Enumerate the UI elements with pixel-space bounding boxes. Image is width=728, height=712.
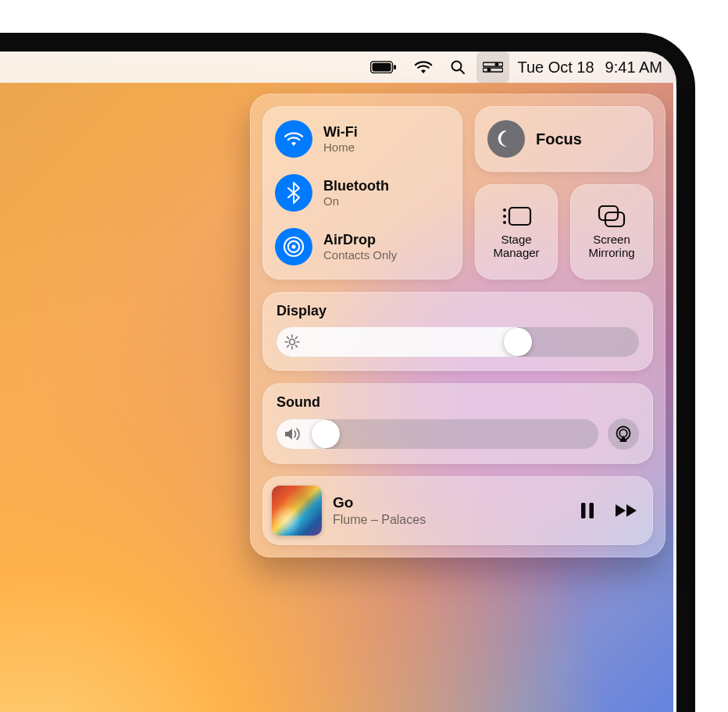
now-playing-card[interactable]: Go Flume – Palaces	[262, 476, 653, 545]
device-bezel-top	[0, 0, 728, 56]
svg-rect-2	[394, 65, 396, 69]
svg-point-6	[495, 62, 499, 66]
svg-line-4	[461, 70, 465, 74]
menubar-wifi-icon[interactable]	[408, 52, 439, 83]
svg-rect-12	[509, 208, 530, 225]
airplay-icon	[614, 425, 633, 443]
sound-label: Sound	[277, 394, 639, 411]
stage-manager-icon	[501, 205, 532, 228]
focus-toggle[interactable]: Focus	[475, 106, 653, 172]
forward-icon	[615, 504, 638, 518]
brightness-icon	[284, 334, 300, 350]
pause-icon	[580, 502, 595, 519]
menubar-battery-icon[interactable]	[364, 52, 403, 83]
menubar: Tue Oct 18 9:41 AM	[0, 52, 676, 83]
sound-card: Sound	[262, 383, 653, 464]
play-pause-button[interactable]	[572, 495, 603, 526]
menubar-time[interactable]: 9:41 AM	[602, 52, 666, 83]
moon-icon	[487, 120, 525, 158]
airdrop-toggle[interactable]: AirDrop Contacts Only	[273, 223, 451, 270]
control-center-panel: Wi-Fi Home Bluetooth On	[250, 94, 666, 557]
display-card: Display	[262, 292, 653, 371]
svg-rect-5	[483, 62, 503, 66]
svg-point-18	[290, 340, 295, 345]
device-bezel-right	[673, 0, 728, 712]
wifi-status: Home	[323, 141, 358, 154]
svg-rect-1	[373, 63, 391, 72]
connectivity-card: Wi-Fi Home Bluetooth On	[262, 106, 462, 279]
airdrop-label: AirDrop	[323, 232, 397, 248]
wifi-icon	[275, 120, 312, 158]
screen-mirroring-toggle[interactable]: Screen Mirroring	[570, 184, 653, 279]
svg-line-24	[295, 345, 297, 347]
menubar-date[interactable]: Tue Oct 18	[514, 52, 597, 83]
airdrop-icon	[275, 228, 312, 265]
wifi-label: Wi-Fi	[323, 124, 358, 141]
sound-volume-slider[interactable]	[277, 419, 598, 449]
menubar-control-center-icon[interactable]	[476, 52, 509, 83]
svg-point-8	[487, 68, 491, 72]
volume-icon	[284, 427, 302, 441]
airplay-audio-button[interactable]	[608, 418, 639, 450]
bluetooth-toggle[interactable]: Bluetooth On	[273, 169, 451, 216]
svg-rect-29	[581, 503, 586, 518]
svg-line-23	[287, 337, 289, 339]
svg-line-25	[287, 345, 289, 347]
svg-rect-30	[590, 503, 594, 518]
now-playing-subtitle: Flume – Palaces	[333, 512, 561, 527]
stage-manager-toggle[interactable]: Stage Manager	[475, 184, 558, 279]
menubar-spotlight-icon[interactable]	[444, 52, 472, 83]
display-label: Display	[277, 303, 639, 319]
svg-point-11	[291, 244, 295, 248]
focus-label: Focus	[536, 130, 582, 148]
screen-mirroring-label: Screen Mirroring	[588, 233, 634, 260]
svg-point-13	[503, 208, 506, 212]
svg-line-26	[295, 337, 297, 339]
now-playing-title: Go	[333, 494, 561, 512]
bluetooth-icon	[275, 174, 312, 212]
svg-point-3	[452, 62, 462, 71]
next-track-button[interactable]	[611, 495, 642, 526]
stage-manager-label: Stage Manager	[493, 233, 539, 260]
wifi-toggle[interactable]: Wi-Fi Home	[273, 116, 451, 162]
bluetooth-status: On	[323, 194, 389, 208]
svg-rect-7	[483, 68, 503, 72]
airdrop-status: Contacts Only	[323, 248, 397, 262]
display-brightness-slider[interactable]	[277, 327, 639, 357]
svg-point-14	[503, 215, 506, 218]
svg-point-15	[503, 221, 506, 224]
album-artwork	[272, 486, 322, 536]
screen-mirroring-icon	[596, 205, 627, 228]
bluetooth-label: Bluetooth	[323, 178, 389, 194]
